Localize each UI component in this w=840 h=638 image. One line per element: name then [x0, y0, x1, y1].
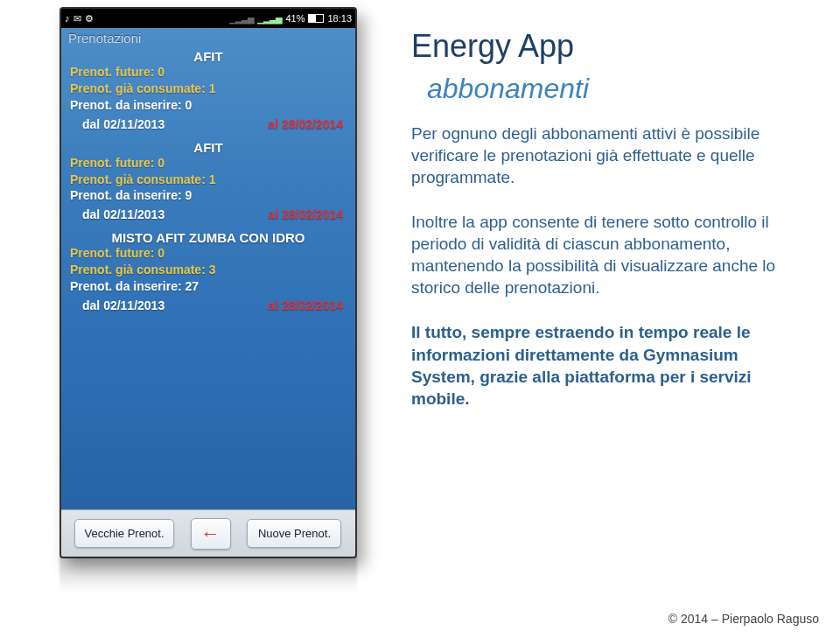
old-bookings-button[interactable]: Vecchie Prenot.: [74, 519, 173, 548]
group-title: AFIT: [61, 49, 355, 64]
stat-toinsert: Prenot. da inserire: 0: [61, 97, 355, 114]
stat-future: Prenot. future: 0: [61, 245, 355, 262]
battery-percent: 41%: [285, 13, 304, 24]
stat-toinsert: Prenot. da inserire: 9: [61, 187, 355, 204]
stat-future: Prenot. future: 0: [61, 155, 355, 172]
validity-dates: dal 02/11/2013 al 28/02/2014: [61, 114, 355, 131]
phone-frame: ♪ ✉ ⚙ ▁▂▃▅ ▁▂▃▅ 41% 18:13 Prenotazioni A…: [60, 7, 357, 558]
subscription-group: MISTO AFIT ZUMBA CON IDRO Prenot. future…: [61, 230, 355, 312]
battery-icon: [308, 14, 324, 23]
arrow-left-icon: ←: [201, 522, 220, 545]
paragraph: Inoltre la app consente di tenere sotto …: [411, 211, 788, 298]
bookings-list[interactable]: AFIT Prenot. future: 0 Prenot. già consu…: [61, 46, 355, 509]
validity-dates: dal 02/11/2013 al 28/02/2014: [61, 204, 355, 221]
slide-text-block: Energy App abbonamenti Per ognuno degli …: [411, 30, 788, 432]
notification-icon: ⚙: [85, 13, 94, 25]
slide-subtitle: abbonamenti: [427, 73, 788, 105]
bottom-toolbar: Vecchie Prenot. ← Nuove Prenot.: [61, 509, 355, 557]
back-button[interactable]: ←: [191, 518, 231, 550]
slide-title: Energy App: [411, 30, 788, 64]
stat-consumed: Prenot. già consumate: 1: [61, 172, 355, 188]
group-title: AFIT: [61, 140, 355, 155]
notification-icon: ♪: [65, 13, 70, 24]
android-status-bar: ♪ ✉ ⚙ ▁▂▃▅ ▁▂▃▅ 41% 18:13: [61, 9, 355, 28]
stat-consumed: Prenot. già consumate: 1: [61, 81, 355, 97]
signal-icon: ▁▂▃▅: [257, 14, 282, 24]
validity-dates: dal 02/11/2013 al 28/02/2014: [61, 295, 355, 312]
signal-icon: ▁▂▃▅: [229, 14, 254, 24]
stat-consumed: Prenot. già consumate: 3: [61, 262, 355, 278]
group-title: MISTO AFIT ZUMBA CON IDRO: [61, 230, 355, 245]
paragraph: Per ognuno degli abbonamenti attivi è po…: [411, 123, 788, 188]
stat-future: Prenot. future: 0: [61, 64, 355, 81]
subscription-group: AFIT Prenot. future: 0 Prenot. già consu…: [61, 140, 355, 222]
app-screen: Prenotazioni AFIT Prenot. future: 0 Pren…: [61, 28, 355, 557]
notification-icon: ✉: [74, 13, 81, 25]
new-bookings-button[interactable]: Nuove Prenot.: [247, 519, 341, 548]
screen-title: Prenotazioni: [61, 28, 355, 46]
stat-toinsert: Prenot. da inserire: 27: [61, 278, 355, 295]
footer-credit: © 2014 – Pierpaolo Raguso: [668, 612, 819, 626]
clock: 18:13: [327, 13, 352, 24]
paragraph: Il tutto, sempre estraendo in tempo real…: [411, 321, 788, 409]
phone-reflection: [60, 557, 357, 593]
subscription-group: AFIT Prenot. future: 0 Prenot. già consu…: [61, 49, 355, 131]
